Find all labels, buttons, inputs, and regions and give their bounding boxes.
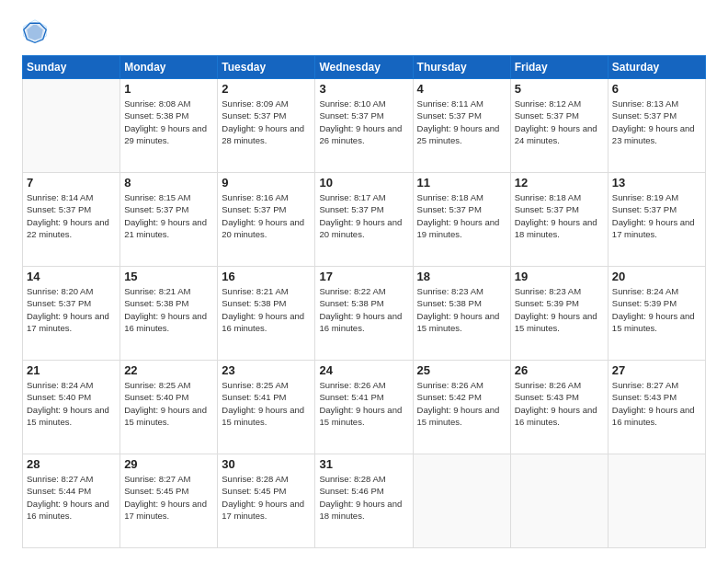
- day-number: 18: [417, 270, 506, 283]
- day-info: Sunrise: 8:08 AM Sunset: 5:38 PM Dayligh…: [124, 98, 213, 146]
- day-number: 28: [27, 457, 116, 471]
- day-number: 17: [319, 270, 408, 283]
- day-number: 19: [515, 270, 604, 283]
- day-number: 1: [124, 82, 213, 96]
- day-number: 15: [124, 270, 213, 283]
- day-info: Sunrise: 8:11 AM Sunset: 5:37 PM Dayligh…: [417, 98, 506, 146]
- page: SundayMondayTuesdayWednesdayThursdayFrid…: [0, 0, 728, 563]
- day-info: Sunrise: 8:13 AM Sunset: 5:37 PM Dayligh…: [612, 98, 701, 146]
- day-info: Sunrise: 8:24 AM Sunset: 5:40 PM Dayligh…: [27, 379, 116, 428]
- day-info: Sunrise: 8:25 AM Sunset: 5:40 PM Dayligh…: [124, 379, 213, 428]
- day-info: Sunrise: 8:28 AM Sunset: 5:46 PM Dayligh…: [319, 473, 408, 522]
- day-number: 29: [124, 457, 213, 471]
- day-number: 9: [222, 176, 311, 190]
- day-number: 2: [222, 82, 311, 96]
- weekday-header-row: SundayMondayTuesdayWednesdayThursdayFrid…: [23, 56, 706, 79]
- calendar-cell: 9Sunrise: 8:16 AM Sunset: 5:37 PM Daylig…: [218, 173, 315, 267]
- day-info: Sunrise: 8:21 AM Sunset: 5:38 PM Dayligh…: [124, 285, 213, 334]
- day-info: Sunrise: 8:27 AM Sunset: 5:44 PM Dayligh…: [27, 473, 116, 522]
- day-number: 3: [319, 82, 408, 96]
- day-number: 27: [612, 363, 701, 377]
- calendar-cell: 18Sunrise: 8:23 AM Sunset: 5:38 PM Dayli…: [413, 267, 510, 361]
- calendar-cell: 8Sunrise: 8:15 AM Sunset: 5:37 PM Daylig…: [120, 173, 218, 267]
- calendar-cell: 17Sunrise: 8:22 AM Sunset: 5:38 PM Dayli…: [315, 267, 413, 361]
- calendar-cell: 11Sunrise: 8:18 AM Sunset: 5:37 PM Dayli…: [413, 173, 510, 267]
- calendar-cell: 6Sunrise: 8:13 AM Sunset: 5:37 PM Daylig…: [608, 79, 705, 173]
- weekday-header-sunday: Sunday: [23, 56, 120, 79]
- calendar-cell: 4Sunrise: 8:11 AM Sunset: 5:37 PM Daylig…: [413, 79, 510, 173]
- day-info: Sunrise: 8:09 AM Sunset: 5:37 PM Dayligh…: [222, 98, 311, 146]
- calendar-cell: 14Sunrise: 8:20 AM Sunset: 5:37 PM Dayli…: [23, 267, 120, 361]
- calendar-cell: 24Sunrise: 8:26 AM Sunset: 5:41 PM Dayli…: [315, 361, 413, 454]
- calendar-table: SundayMondayTuesdayWednesdayThursdayFrid…: [22, 55, 706, 548]
- day-number: 10: [319, 176, 408, 190]
- calendar-cell: 15Sunrise: 8:21 AM Sunset: 5:38 PM Dayli…: [120, 267, 218, 361]
- calendar-cell: 30Sunrise: 8:28 AM Sunset: 5:45 PM Dayli…: [218, 454, 315, 548]
- day-number: 22: [124, 363, 213, 377]
- calendar-week-2: 7Sunrise: 8:14 AM Sunset: 5:37 PM Daylig…: [23, 173, 706, 267]
- day-number: 23: [222, 363, 311, 377]
- day-info: Sunrise: 8:28 AM Sunset: 5:45 PM Dayligh…: [222, 473, 311, 522]
- calendar-week-1: 1Sunrise: 8:08 AM Sunset: 5:38 PM Daylig…: [23, 79, 706, 173]
- calendar-cell: [23, 79, 120, 173]
- day-info: Sunrise: 8:21 AM Sunset: 5:38 PM Dayligh…: [222, 285, 311, 334]
- calendar-cell: 3Sunrise: 8:10 AM Sunset: 5:37 PM Daylig…: [315, 79, 413, 173]
- day-number: 20: [612, 270, 701, 283]
- day-number: 8: [124, 176, 213, 190]
- day-info: Sunrise: 8:18 AM Sunset: 5:37 PM Dayligh…: [515, 191, 604, 240]
- day-info: Sunrise: 8:23 AM Sunset: 5:39 PM Dayligh…: [515, 285, 604, 334]
- day-info: Sunrise: 8:27 AM Sunset: 5:45 PM Dayligh…: [124, 473, 213, 522]
- day-number: 7: [27, 176, 116, 190]
- day-info: Sunrise: 8:19 AM Sunset: 5:37 PM Dayligh…: [612, 191, 701, 240]
- day-info: Sunrise: 8:26 AM Sunset: 5:43 PM Dayligh…: [515, 379, 604, 428]
- weekday-header-thursday: Thursday: [413, 56, 510, 79]
- day-info: Sunrise: 8:14 AM Sunset: 5:37 PM Dayligh…: [27, 191, 116, 240]
- weekday-header-saturday: Saturday: [608, 56, 705, 79]
- calendar-cell: 23Sunrise: 8:25 AM Sunset: 5:41 PM Dayli…: [218, 361, 315, 454]
- day-info: Sunrise: 8:18 AM Sunset: 5:37 PM Dayligh…: [417, 191, 506, 240]
- calendar-cell: 29Sunrise: 8:27 AM Sunset: 5:45 PM Dayli…: [120, 454, 218, 548]
- day-number: 12: [515, 176, 604, 190]
- day-number: 26: [515, 363, 604, 377]
- calendar-cell: 5Sunrise: 8:12 AM Sunset: 5:37 PM Daylig…: [510, 79, 608, 173]
- day-number: 4: [417, 82, 506, 96]
- weekday-header-tuesday: Tuesday: [218, 56, 315, 79]
- calendar-cell: 16Sunrise: 8:21 AM Sunset: 5:38 PM Dayli…: [218, 267, 315, 361]
- day-info: Sunrise: 8:17 AM Sunset: 5:37 PM Dayligh…: [319, 191, 408, 240]
- day-info: Sunrise: 8:23 AM Sunset: 5:38 PM Dayligh…: [417, 285, 506, 334]
- day-number: 13: [612, 176, 701, 190]
- calendar-cell: 10Sunrise: 8:17 AM Sunset: 5:37 PM Dayli…: [315, 173, 413, 267]
- day-info: Sunrise: 8:12 AM Sunset: 5:37 PM Dayligh…: [515, 98, 604, 146]
- day-info: Sunrise: 8:25 AM Sunset: 5:41 PM Dayligh…: [222, 379, 311, 428]
- header: [22, 18, 706, 44]
- calendar-week-4: 21Sunrise: 8:24 AM Sunset: 5:40 PM Dayli…: [23, 361, 706, 454]
- calendar-cell: 7Sunrise: 8:14 AM Sunset: 5:37 PM Daylig…: [23, 173, 120, 267]
- day-number: 5: [515, 82, 604, 96]
- day-number: 11: [417, 176, 506, 190]
- calendar-week-5: 28Sunrise: 8:27 AM Sunset: 5:44 PM Dayli…: [23, 454, 706, 548]
- logo-icon: [22, 18, 48, 44]
- day-info: Sunrise: 8:26 AM Sunset: 5:42 PM Dayligh…: [417, 379, 506, 428]
- logo: [22, 18, 51, 44]
- calendar-cell: 1Sunrise: 8:08 AM Sunset: 5:38 PM Daylig…: [120, 79, 218, 173]
- day-info: Sunrise: 8:24 AM Sunset: 5:39 PM Dayligh…: [612, 285, 701, 334]
- calendar-cell: 21Sunrise: 8:24 AM Sunset: 5:40 PM Dayli…: [23, 361, 120, 454]
- calendar-cell: 31Sunrise: 8:28 AM Sunset: 5:46 PM Dayli…: [315, 454, 413, 548]
- calendar-cell: 26Sunrise: 8:26 AM Sunset: 5:43 PM Dayli…: [510, 361, 608, 454]
- day-number: 24: [319, 363, 408, 377]
- day-info: Sunrise: 8:16 AM Sunset: 5:37 PM Dayligh…: [222, 191, 311, 240]
- calendar-cell: 13Sunrise: 8:19 AM Sunset: 5:37 PM Dayli…: [608, 173, 705, 267]
- day-info: Sunrise: 8:15 AM Sunset: 5:37 PM Dayligh…: [124, 191, 213, 240]
- weekday-header-friday: Friday: [510, 56, 608, 79]
- calendar-cell: 22Sunrise: 8:25 AM Sunset: 5:40 PM Dayli…: [120, 361, 218, 454]
- calendar-cell: 20Sunrise: 8:24 AM Sunset: 5:39 PM Dayli…: [608, 267, 705, 361]
- day-info: Sunrise: 8:26 AM Sunset: 5:41 PM Dayligh…: [319, 379, 408, 428]
- day-info: Sunrise: 8:10 AM Sunset: 5:37 PM Dayligh…: [319, 98, 408, 146]
- day-number: 30: [222, 457, 311, 471]
- day-info: Sunrise: 8:20 AM Sunset: 5:37 PM Dayligh…: [27, 285, 116, 334]
- calendar-cell: 2Sunrise: 8:09 AM Sunset: 5:37 PM Daylig…: [218, 79, 315, 173]
- calendar-cell: [608, 454, 705, 548]
- calendar-cell: 19Sunrise: 8:23 AM Sunset: 5:39 PM Dayli…: [510, 267, 608, 361]
- day-number: 6: [612, 82, 701, 96]
- calendar-cell: 25Sunrise: 8:26 AM Sunset: 5:42 PM Dayli…: [413, 361, 510, 454]
